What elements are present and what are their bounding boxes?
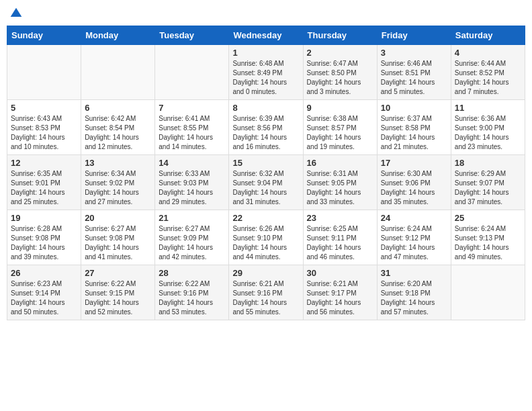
day-cell: 13Sunrise: 6:34 AMSunset: 9:02 PMDayligh… — [81, 155, 155, 210]
day-info: Sunrise: 6:47 AMSunset: 8:50 PMDaylight:… — [307, 59, 373, 97]
day-cell: 12Sunrise: 6:35 AMSunset: 9:01 PMDayligh… — [7, 155, 81, 210]
day-number: 8 — [232, 103, 299, 113]
day-number: 1 — [232, 48, 299, 58]
logo-icon — [9, 7, 23, 20]
day-number: 17 — [381, 158, 447, 168]
weekday-header-friday: Friday — [377, 26, 451, 45]
day-cell: 6Sunrise: 6:42 AMSunset: 8:54 PMDaylight… — [81, 100, 155, 155]
day-number: 23 — [307, 213, 373, 223]
day-info: Sunrise: 6:31 AMSunset: 9:05 PMDaylight:… — [307, 169, 373, 207]
day-info: Sunrise: 6:39 AMSunset: 8:56 PMDaylight:… — [232, 114, 299, 152]
day-cell: 29Sunrise: 6:21 AMSunset: 9:16 PMDayligh… — [229, 265, 303, 320]
day-cell: 22Sunrise: 6:26 AMSunset: 9:10 PMDayligh… — [229, 210, 303, 265]
day-cell — [81, 45, 155, 100]
day-cell: 20Sunrise: 6:27 AMSunset: 9:08 PMDayligh… — [81, 210, 155, 265]
week-row-2: 5Sunrise: 6:43 AMSunset: 8:53 PMDaylight… — [7, 100, 525, 155]
day-number: 13 — [85, 158, 151, 168]
day-number: 29 — [232, 268, 299, 278]
week-row-4: 19Sunrise: 6:28 AMSunset: 9:08 PMDayligh… — [7, 210, 525, 265]
day-info: Sunrise: 6:42 AMSunset: 8:54 PMDaylight:… — [85, 114, 151, 152]
day-info: Sunrise: 6:21 AMSunset: 9:16 PMDaylight:… — [232, 279, 299, 317]
day-info: Sunrise: 6:48 AMSunset: 8:49 PMDaylight:… — [232, 59, 299, 97]
day-cell: 10Sunrise: 6:37 AMSunset: 8:58 PMDayligh… — [377, 100, 451, 155]
day-number: 30 — [307, 268, 373, 278]
day-cell: 21Sunrise: 6:27 AMSunset: 9:09 PMDayligh… — [155, 210, 229, 265]
day-info: Sunrise: 6:20 AMSunset: 9:18 PMDaylight:… — [381, 279, 447, 317]
day-cell: 28Sunrise: 6:22 AMSunset: 9:16 PMDayligh… — [155, 265, 229, 320]
day-info: Sunrise: 6:37 AMSunset: 8:58 PMDaylight:… — [381, 114, 447, 152]
day-number: 4 — [455, 48, 521, 58]
day-info: Sunrise: 6:36 AMSunset: 9:00 PMDaylight:… — [455, 114, 521, 152]
weekday-header-saturday: Saturday — [451, 26, 525, 45]
week-row-1: 1Sunrise: 6:48 AMSunset: 8:49 PMDaylight… — [7, 45, 525, 100]
day-info: Sunrise: 6:43 AMSunset: 8:53 PMDaylight:… — [11, 114, 77, 152]
day-info: Sunrise: 6:22 AMSunset: 9:15 PMDaylight:… — [85, 279, 151, 317]
day-number: 10 — [381, 103, 447, 113]
day-cell: 31Sunrise: 6:20 AMSunset: 9:18 PMDayligh… — [377, 265, 451, 320]
day-number: 14 — [159, 158, 225, 168]
day-cell: 27Sunrise: 6:22 AMSunset: 9:15 PMDayligh… — [81, 265, 155, 320]
day-cell: 15Sunrise: 6:32 AMSunset: 9:04 PMDayligh… — [229, 155, 303, 210]
day-cell: 8Sunrise: 6:39 AMSunset: 8:56 PMDaylight… — [229, 100, 303, 155]
day-cell: 11Sunrise: 6:36 AMSunset: 9:00 PMDayligh… — [451, 100, 525, 155]
day-number: 28 — [159, 268, 225, 278]
weekday-header-wednesday: Wednesday — [229, 26, 303, 45]
day-number: 18 — [455, 158, 521, 168]
day-number: 12 — [11, 158, 77, 168]
day-cell: 2Sunrise: 6:47 AMSunset: 8:50 PMDaylight… — [303, 45, 377, 100]
day-number: 31 — [381, 268, 447, 278]
day-info: Sunrise: 6:27 AMSunset: 9:08 PMDaylight:… — [85, 224, 151, 262]
day-cell: 5Sunrise: 6:43 AMSunset: 8:53 PMDaylight… — [7, 100, 81, 155]
day-cell: 25Sunrise: 6:24 AMSunset: 9:13 PMDayligh… — [451, 210, 525, 265]
logo — [9, 7, 26, 20]
day-info: Sunrise: 6:21 AMSunset: 9:17 PMDaylight:… — [307, 279, 373, 317]
day-number: 6 — [85, 103, 151, 113]
day-cell: 17Sunrise: 6:30 AMSunset: 9:06 PMDayligh… — [377, 155, 451, 210]
day-cell — [451, 265, 525, 320]
page-header — [7, 7, 525, 20]
day-cell: 3Sunrise: 6:46 AMSunset: 8:51 PMDaylight… — [377, 45, 451, 100]
day-number: 21 — [159, 213, 225, 223]
day-info: Sunrise: 6:22 AMSunset: 9:16 PMDaylight:… — [159, 279, 225, 317]
day-number: 16 — [307, 158, 373, 168]
day-cell: 7Sunrise: 6:41 AMSunset: 8:55 PMDaylight… — [155, 100, 229, 155]
day-info: Sunrise: 6:25 AMSunset: 9:11 PMDaylight:… — [307, 224, 373, 262]
day-info: Sunrise: 6:44 AMSunset: 8:52 PMDaylight:… — [455, 59, 521, 97]
day-info: Sunrise: 6:27 AMSunset: 9:09 PMDaylight:… — [159, 224, 225, 262]
day-number: 20 — [85, 213, 151, 223]
day-cell — [155, 45, 229, 100]
day-info: Sunrise: 6:32 AMSunset: 9:04 PMDaylight:… — [232, 169, 299, 207]
svg-marker-0 — [11, 8, 22, 17]
week-row-3: 12Sunrise: 6:35 AMSunset: 9:01 PMDayligh… — [7, 155, 525, 210]
day-info: Sunrise: 6:34 AMSunset: 9:02 PMDaylight:… — [85, 169, 151, 207]
day-number: 27 — [85, 268, 151, 278]
day-info: Sunrise: 6:35 AMSunset: 9:01 PMDaylight:… — [11, 169, 77, 207]
day-number: 15 — [232, 158, 299, 168]
day-number: 26 — [11, 268, 77, 278]
day-info: Sunrise: 6:33 AMSunset: 9:03 PMDaylight:… — [159, 169, 225, 207]
day-cell: 26Sunrise: 6:23 AMSunset: 9:14 PMDayligh… — [7, 265, 81, 320]
day-cell: 4Sunrise: 6:44 AMSunset: 8:52 PMDaylight… — [451, 45, 525, 100]
day-number: 9 — [307, 103, 373, 113]
day-cell: 18Sunrise: 6:29 AMSunset: 9:07 PMDayligh… — [451, 155, 525, 210]
day-cell: 23Sunrise: 6:25 AMSunset: 9:11 PMDayligh… — [303, 210, 377, 265]
day-number: 3 — [381, 48, 447, 58]
calendar-table: SundayMondayTuesdayWednesdayThursdayFrid… — [7, 26, 525, 320]
weekday-header-row: SundayMondayTuesdayWednesdayThursdayFrid… — [7, 26, 525, 45]
day-cell: 16Sunrise: 6:31 AMSunset: 9:05 PMDayligh… — [303, 155, 377, 210]
day-number: 7 — [159, 103, 225, 113]
day-number: 25 — [455, 213, 521, 223]
day-number: 22 — [232, 213, 299, 223]
day-cell: 1Sunrise: 6:48 AMSunset: 8:49 PMDaylight… — [229, 45, 303, 100]
day-cell: 30Sunrise: 6:21 AMSunset: 9:17 PMDayligh… — [303, 265, 377, 320]
day-info: Sunrise: 6:26 AMSunset: 9:10 PMDaylight:… — [232, 224, 299, 262]
day-cell: 14Sunrise: 6:33 AMSunset: 9:03 PMDayligh… — [155, 155, 229, 210]
day-info: Sunrise: 6:29 AMSunset: 9:07 PMDaylight:… — [455, 169, 521, 207]
day-cell: 19Sunrise: 6:28 AMSunset: 9:08 PMDayligh… — [7, 210, 81, 265]
day-info: Sunrise: 6:30 AMSunset: 9:06 PMDaylight:… — [381, 169, 447, 207]
day-cell: 9Sunrise: 6:38 AMSunset: 8:57 PMDaylight… — [303, 100, 377, 155]
weekday-header-thursday: Thursday — [303, 26, 377, 45]
day-cell: 24Sunrise: 6:24 AMSunset: 9:12 PMDayligh… — [377, 210, 451, 265]
day-info: Sunrise: 6:24 AMSunset: 9:13 PMDaylight:… — [455, 224, 521, 262]
day-info: Sunrise: 6:23 AMSunset: 9:14 PMDaylight:… — [11, 279, 77, 317]
